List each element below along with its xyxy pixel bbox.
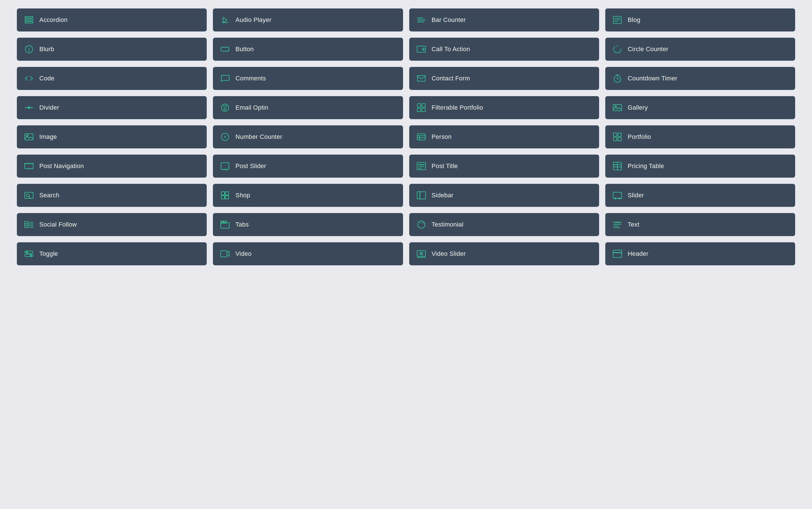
widget-label-tabs: Tabs — [235, 221, 249, 228]
widget-btn-post-title[interactable]: Post Title — [409, 155, 599, 178]
testimonial-icon: "" — [416, 219, 427, 230]
widget-btn-button[interactable]: Button — [213, 38, 403, 61]
widget-label-shop: Shop — [235, 192, 250, 199]
widget-btn-comments[interactable]: Comments — [213, 67, 403, 90]
svg-rect-13 — [221, 47, 229, 51]
svg-rect-66 — [613, 192, 622, 198]
widget-btn-accordion[interactable]: Accordion — [17, 8, 207, 32]
widget-label-header: Header — [628, 250, 649, 258]
widget-label-search: Search — [39, 192, 60, 199]
search-icon — [24, 190, 34, 201]
widget-label-post-navigation: Post Navigation — [39, 163, 84, 170]
svg-point-12 — [29, 50, 29, 51]
widget-btn-gallery[interactable]: Gallery — [605, 96, 795, 119]
svg-line-59 — [29, 197, 30, 198]
widget-btn-email-optin[interactable]: Email Optin — [213, 96, 403, 119]
widget-label-countdown-timer: Countdown Timer — [628, 75, 677, 82]
widget-label-pricing-table: Pricing Table — [628, 163, 664, 170]
pricing-table-icon — [612, 161, 623, 171]
widget-btn-shop[interactable]: Shop — [213, 184, 403, 207]
widget-btn-header[interactable]: Header — [605, 242, 795, 265]
widget-label-toggle: Toggle — [39, 250, 58, 258]
widget-btn-tabs[interactable]: Tabs — [213, 213, 403, 236]
widget-btn-social-follow[interactable]: Social Follow — [17, 213, 207, 236]
svg-rect-60 — [221, 192, 225, 195]
person-icon — [416, 132, 427, 142]
video-slider-icon — [416, 248, 427, 259]
widget-label-contact-form: Contact Form — [432, 75, 470, 82]
svg-rect-62 — [221, 196, 225, 199]
widget-btn-number-counter[interactable]: #Number Counter — [213, 125, 403, 148]
widget-btn-code[interactable]: Code — [17, 67, 207, 90]
widget-label-accordion: Accordion — [39, 16, 68, 24]
widget-btn-slider[interactable]: Slider — [605, 184, 795, 207]
widget-btn-image[interactable]: Image — [17, 125, 207, 148]
widget-label-number-counter: Number Counter — [235, 133, 282, 140]
widget-btn-contact-form[interactable]: Contact Form — [409, 67, 599, 90]
blog-icon — [612, 14, 623, 25]
svg-rect-87 — [25, 251, 33, 253]
svg-rect-39 — [614, 133, 617, 136]
widget-btn-testimonial[interactable]: ""Testimonial — [409, 213, 599, 236]
bar-counter-icon — [416, 14, 427, 25]
widget-btn-person[interactable]: Person — [409, 125, 599, 148]
sidebar-icon — [416, 190, 427, 201]
widget-btn-text[interactable]: Text — [605, 213, 795, 236]
svg-text:": " — [419, 222, 421, 227]
widget-btn-divider[interactable]: Divider — [17, 96, 207, 119]
post-title-icon — [416, 161, 427, 171]
social-follow-icon — [24, 219, 34, 230]
widget-label-sidebar: Sidebar — [432, 192, 454, 199]
widget-btn-video[interactable]: Video — [213, 242, 403, 265]
widget-label-image: Image — [39, 133, 57, 140]
widget-btn-bar-counter[interactable]: Bar Counter — [409, 8, 599, 32]
widget-label-social-follow: Social Follow — [39, 221, 77, 228]
svg-rect-18 — [417, 76, 425, 81]
widget-btn-post-slider[interactable]: Post Slider — [213, 155, 403, 178]
blurb-icon — [24, 44, 34, 55]
svg-point-47 — [224, 169, 226, 170]
svg-rect-70 — [25, 222, 28, 228]
widget-btn-video-slider[interactable]: Video Slider — [409, 242, 599, 265]
svg-rect-0 — [25, 16, 33, 18]
widget-btn-post-navigation[interactable]: Post Navigation — [17, 155, 207, 178]
widget-btn-search[interactable]: Search — [17, 184, 207, 207]
widget-btn-countdown-timer[interactable]: Countdown Timer — [605, 67, 795, 90]
widget-label-divider: Divider — [39, 104, 59, 111]
widget-label-blurb: Blurb — [39, 45, 54, 53]
toggle-icon — [24, 248, 34, 259]
widget-btn-sidebar[interactable]: Sidebar — [409, 184, 599, 207]
button-icon — [220, 44, 230, 55]
widget-btn-portfolio[interactable]: Portfolio — [605, 125, 795, 148]
widget-btn-audio-player[interactable]: Audio Player — [213, 8, 403, 32]
svg-rect-31 — [25, 134, 33, 140]
text-icon — [612, 219, 623, 230]
widget-label-button: Button — [235, 45, 254, 53]
tabs-icon — [220, 219, 230, 230]
widget-label-portfolio: Portfolio — [628, 133, 651, 140]
widget-btn-filterable-portfolio[interactable]: Filterable Portfolio — [409, 96, 599, 119]
widget-label-circle-counter: Circle Counter — [628, 45, 668, 53]
countdown-timer-icon — [612, 73, 623, 84]
widget-btn-call-to-action[interactable]: Call To Action — [409, 38, 599, 61]
svg-rect-25 — [417, 104, 421, 107]
svg-rect-26 — [422, 104, 425, 107]
widget-label-video-slider: Video Slider — [432, 250, 466, 258]
svg-marker-92 — [227, 251, 229, 256]
svg-rect-88 — [25, 254, 33, 257]
svg-marker-95 — [421, 253, 422, 254]
widget-label-post-slider: Post Slider — [235, 163, 266, 170]
video-icon — [220, 248, 230, 259]
widget-label-text: Text — [628, 221, 639, 228]
widget-btn-blog[interactable]: Blog — [605, 8, 795, 32]
portfolio-icon — [612, 132, 623, 142]
widget-btn-toggle[interactable]: Toggle — [17, 242, 207, 265]
widget-btn-pricing-table[interactable]: Pricing Table — [605, 155, 795, 178]
widget-label-testimonial: Testimonial — [432, 221, 464, 228]
svg-text:": " — [422, 222, 424, 227]
svg-rect-91 — [221, 251, 227, 257]
svg-rect-43 — [25, 164, 33, 169]
widget-btn-circle-counter[interactable]: Circle Counter — [605, 38, 795, 61]
widget-btn-blurb[interactable]: Blurb — [17, 38, 207, 61]
widget-label-comments: Comments — [235, 75, 266, 82]
